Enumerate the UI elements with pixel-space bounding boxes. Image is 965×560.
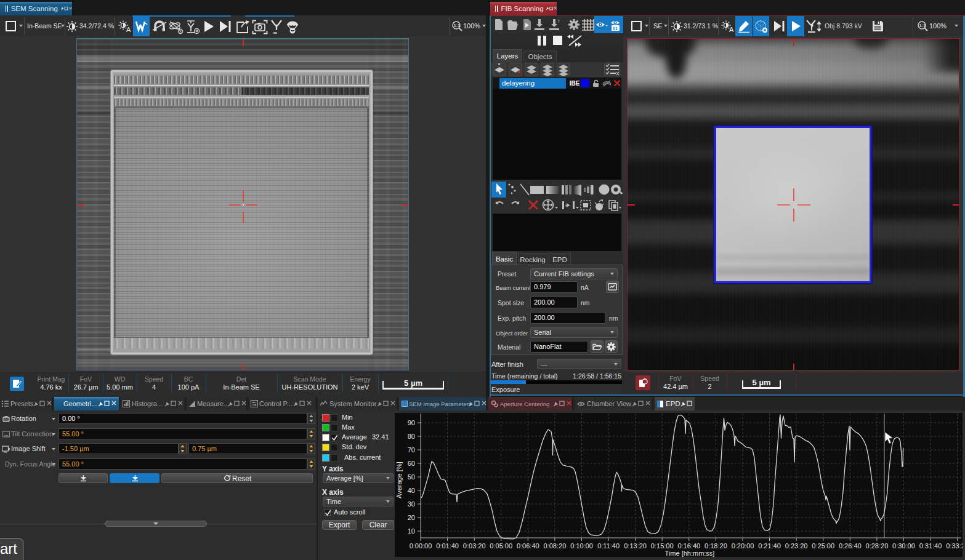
svg-text:0:03:20: 0:03:20 (463, 542, 486, 550)
svg-text:0:13:20: 0:13:20 (624, 542, 647, 550)
svg-text:0:01:40: 0:01:40 (436, 542, 459, 550)
svg-text:0:21:40: 0:21:40 (758, 542, 781, 550)
svg-text:0:00:00: 0:00:00 (410, 542, 432, 550)
svg-text:0:15:00: 0:15:00 (651, 542, 674, 550)
svg-text:0:10:00: 0:10:00 (570, 542, 593, 550)
svg-text:0:08:20: 0:08:20 (544, 542, 567, 550)
svg-text:10: 10 (408, 527, 415, 535)
svg-text:0:20:00: 0:20:00 (732, 542, 754, 550)
svg-text:1:1: 1:1 (919, 23, 926, 28)
svg-text:0:18:20: 0:18:20 (705, 542, 727, 550)
svg-text:0:23:20: 0:23:20 (785, 542, 808, 550)
svg-text:0:25:00: 0:25:00 (812, 542, 834, 550)
svg-text:80: 80 (408, 433, 415, 440)
svg-text:0:16:40: 0:16:40 (677, 542, 700, 550)
svg-text:1:1: 1:1 (453, 23, 460, 28)
svg-text:0:31:40: 0:31:40 (919, 542, 942, 550)
svg-text:0:30:00: 0:30:00 (892, 542, 915, 550)
svg-text:0:06:40: 0:06:40 (517, 542, 539, 550)
svg-text:∞: ∞ (273, 30, 278, 35)
svg-text:60: 60 (408, 460, 415, 467)
svg-text:30: 30 (408, 500, 415, 508)
svg-text:0:33:20: 0:33:20 (946, 542, 963, 550)
svg-text:0:11:40: 0:11:40 (597, 542, 620, 550)
svg-text:RG: RG (4, 418, 9, 422)
svg-text:90: 90 (408, 419, 415, 426)
svg-text:0:26:40: 0:26:40 (839, 542, 862, 550)
svg-text:0:05:00: 0:05:00 (490, 542, 512, 550)
svg-text:A: A (729, 26, 734, 33)
svg-text:70: 70 (408, 446, 415, 454)
svg-text:Average [%]: Average [%] (395, 462, 403, 498)
svg-text:0:28:20: 0:28:20 (866, 542, 889, 550)
svg-text:50: 50 (408, 473, 415, 481)
svg-text:A: A (126, 26, 131, 33)
svg-text:40: 40 (408, 487, 415, 494)
svg-text:01: 01 (613, 26, 618, 31)
svg-text:Time [hh:mm:ss]: Time [hh:mm:ss] (665, 550, 715, 557)
svg-text:T: T (557, 18, 560, 24)
svg-text:20: 20 (408, 514, 415, 521)
